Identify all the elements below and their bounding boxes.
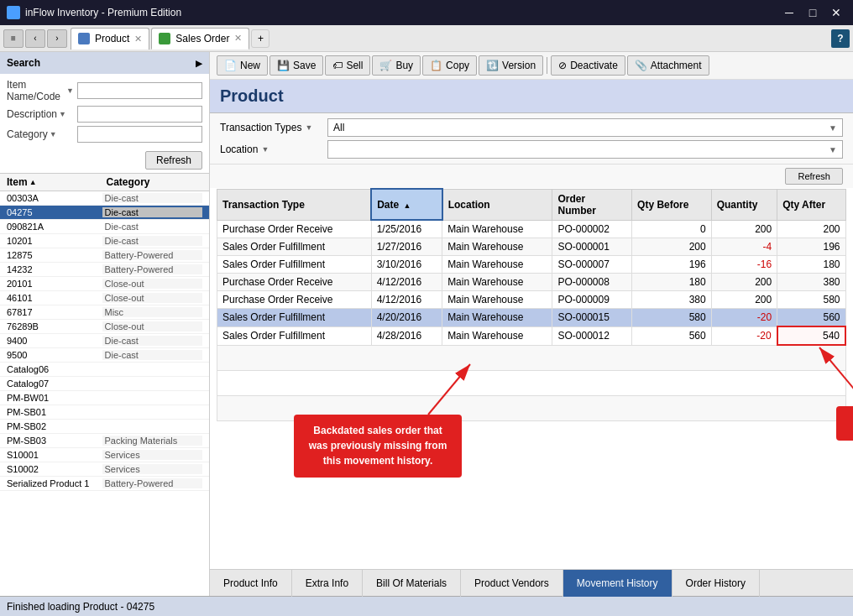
item-name-input[interactable] (77, 82, 202, 99)
description-input[interactable] (77, 106, 202, 123)
nav-menu-button[interactable]: ≡ (3, 29, 24, 48)
deactivate-button[interactable]: ⊘ Deactivate (551, 55, 625, 76)
maximize-button[interactable]: □ (803, 4, 823, 21)
transaction-types-arrow-icon[interactable]: ▼ (305, 123, 312, 132)
quantity-cell: -16 (711, 256, 777, 274)
minimize-button[interactable]: ─ (779, 4, 799, 21)
location-col-header[interactable]: Location (442, 189, 552, 220)
nav-back-button[interactable]: ‹ (25, 29, 45, 48)
tab-sales-order[interactable]: Sales Order ✕ (151, 28, 249, 50)
left-refresh-button[interactable]: Refresh (145, 151, 202, 170)
list-item[interactable]: 04275 Die-cast (0, 206, 209, 220)
category-input[interactable] (77, 126, 202, 143)
table-row (217, 370, 846, 395)
quantity-cell: -4 (711, 238, 777, 256)
table-row[interactable]: Sales Order Fulfillment 3/10/2016 Main W… (217, 256, 846, 274)
transaction-types-dropdown-icon[interactable]: ▼ (829, 123, 837, 133)
table-row[interactable]: Purchase Order Receive 4/12/2016 Main Wa… (217, 291, 846, 309)
sales-order-tab-close[interactable]: ✕ (234, 33, 242, 44)
tab-bill-of-materials[interactable]: Bill Of Materials (363, 570, 461, 597)
list-item[interactable]: 090821A Die-cast (0, 220, 209, 234)
tab-movement-history[interactable]: Movement History (563, 570, 672, 597)
qty-before-col-header[interactable]: Qty Before (632, 189, 712, 220)
tab-product-info[interactable]: Product Info (210, 570, 292, 597)
description-label: Description (7, 108, 57, 120)
table-row[interactable]: Purchase Order Receive 1/25/2016 Main Wa… (217, 220, 846, 238)
list-item[interactable]: S10002 Services (0, 462, 209, 477)
list-item[interactable]: 9500 Die-cast (0, 348, 209, 363)
location-cell: Main Warehouse (442, 274, 552, 291)
right-refresh-button[interactable]: Refresh (785, 168, 843, 185)
description-arrow-icon[interactable]: ▼ (59, 110, 66, 118)
table-row[interactable]: Sales Order Fulfillment 4/20/2016 Main W… (217, 309, 846, 327)
transaction-type-cell: Sales Order Fulfillment (217, 309, 372, 327)
table-row[interactable]: Purchase Order Receive 4/12/2016 Main Wa… (217, 274, 846, 291)
search-collapse-icon[interactable]: ▶ (196, 59, 202, 68)
list-item[interactable]: 46101 Close-out (0, 291, 209, 305)
table-row[interactable]: Sales Order Fulfillment 1/27/2016 Main W… (217, 238, 846, 256)
order-number-col-label: OrderNumber (557, 193, 595, 217)
attachment-icon: 📎 (635, 60, 647, 71)
order-number-col-header[interactable]: OrderNumber (552, 189, 632, 220)
qty-after-col-header[interactable]: Qty After (777, 189, 845, 220)
list-item[interactable]: PM-BW01 (0, 391, 209, 405)
list-item[interactable]: 14232 Battery-Powered (0, 263, 209, 277)
save-button[interactable]: 💾 Save (270, 55, 323, 76)
bottom-tabs: Product Info Extra Info Bill Of Material… (210, 569, 853, 596)
new-button[interactable]: 📄 New (217, 55, 268, 76)
date-col-header[interactable]: Date ▲ (371, 189, 442, 220)
list-item[interactable]: Catalog06 (0, 363, 209, 377)
location-cell: Main Warehouse (442, 220, 552, 238)
tab-extra-info[interactable]: Extra Info (292, 570, 363, 597)
buy-button[interactable]: 🛒 Buy (372, 55, 421, 76)
window-controls: ─ □ ✕ (779, 4, 846, 21)
item-column-header[interactable]: Item ▲ (7, 176, 103, 188)
transaction-type-col-header[interactable]: Transaction Type (217, 189, 372, 220)
list-item[interactable]: 67817 Misc (0, 305, 209, 320)
nav-forward-button[interactable]: › (47, 29, 67, 48)
product-title-bar: Product (210, 80, 853, 113)
movement-history-tab-label: Movement History (577, 577, 658, 589)
list-item[interactable]: PM-SB01 (0, 405, 209, 420)
attachment-button[interactable]: 📎 Attachment (627, 55, 709, 76)
status-bar: Finished loading Product - 04275 (0, 596, 853, 616)
toolbar: 📄 New 💾 Save 🏷 Sell 🛒 Buy 📋 Copy 🔃 V (210, 52, 853, 80)
qty-before-cell: 380 (632, 291, 712, 309)
list-item[interactable]: PM-SB02 (0, 420, 209, 434)
list-item[interactable]: 76289B Close-out (0, 320, 209, 334)
tab-order-history[interactable]: Order History (672, 570, 760, 597)
list-item[interactable]: 9400 Die-cast (0, 334, 209, 348)
quantity-col-header[interactable]: Quantity (711, 189, 777, 220)
list-item[interactable]: PM-SB03 Packing Materials (0, 434, 209, 448)
list-item[interactable]: Serialized Product 1 Battery-Powered (0, 477, 209, 491)
location-arrow-icon[interactable]: ▼ (261, 145, 269, 154)
movement-history-table: Transaction Type Date ▲ Location OrderNu… (217, 188, 846, 421)
quantity-cell: 200 (711, 220, 777, 238)
list-item[interactable]: S10001 Services (0, 448, 209, 462)
version-button[interactable]: 🔃 Version (479, 55, 543, 76)
list-item[interactable]: 00303A Die-cast (0, 191, 209, 206)
svg-line-3 (819, 347, 853, 398)
tab-product[interactable]: Product ✕ (71, 28, 149, 50)
copy-button[interactable]: 📋 Copy (422, 55, 477, 76)
category-column-header[interactable]: Category (107, 176, 203, 188)
list-item[interactable]: 12875 Battery-Powered (0, 248, 209, 263)
list-item[interactable]: 10201 Die-cast (0, 234, 209, 248)
category-arrow-icon[interactable]: ▼ (50, 130, 57, 138)
list-item[interactable]: Catalog07 (0, 377, 209, 391)
close-button[interactable]: ✕ (826, 4, 846, 21)
sell-button[interactable]: 🏷 Sell (325, 55, 370, 76)
location-row: Location ▼ ▼ (220, 140, 843, 159)
backdated-arrow-svg (420, 356, 487, 423)
table-row[interactable]: Sales Order Fulfillment 4/28/2016 Main W… (217, 326, 846, 345)
date-cell: 4/20/2016 (371, 309, 442, 327)
location-dropdown-icon[interactable]: ▼ (829, 145, 837, 154)
help-button[interactable]: ? (831, 29, 850, 48)
copy-icon: 📋 (430, 60, 442, 71)
list-item[interactable]: 20101 Close-out (0, 277, 209, 291)
product-tab-close[interactable]: ✕ (134, 34, 142, 44)
location-col-label: Location (448, 199, 490, 211)
item-name-arrow-icon[interactable]: ▼ (66, 86, 74, 95)
tab-product-vendors[interactable]: Product Vendors (461, 570, 563, 597)
add-tab-button[interactable]: + (251, 29, 270, 48)
